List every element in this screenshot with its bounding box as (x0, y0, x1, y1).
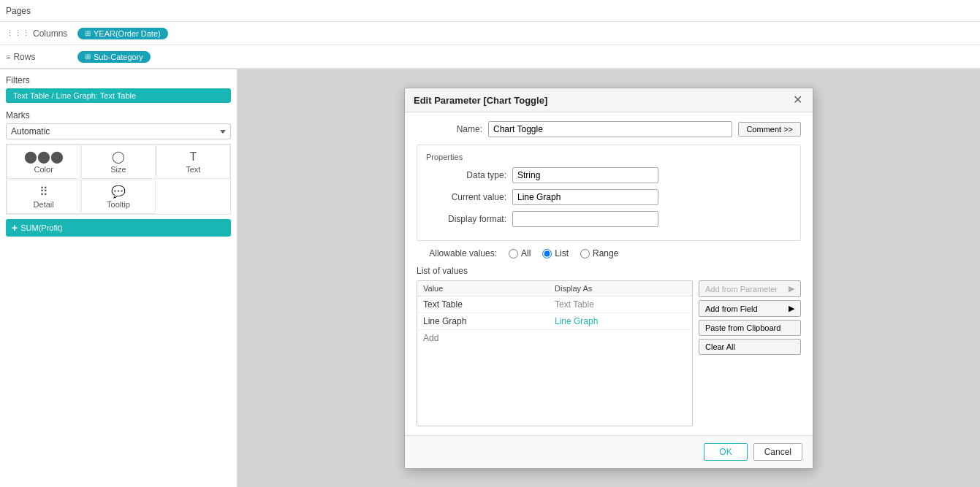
display-format-select[interactable] (512, 211, 658, 227)
filters-section: Filters Text Table / Line Graph: Text Ta… (6, 75, 231, 103)
list-buttons: Add from Parameter ▶ Add from Field ▶ Pa… (699, 280, 801, 426)
properties-title: Properties (426, 153, 791, 161)
text-label: Text (186, 165, 200, 174)
add-from-field-arrow: ▶ (789, 304, 794, 313)
radio-all-input[interactable] (509, 249, 518, 258)
table-row[interactable]: Line Graph Line Graph (417, 313, 692, 330)
allowable-values-row: Allowable values: All List (417, 248, 801, 258)
radio-list-label: List (555, 248, 569, 258)
current-value-label: Current value: (426, 192, 506, 202)
marks-detail-cell[interactable]: ⠿ Detail (7, 180, 80, 214)
rows-pill-icon: ⊞ (85, 53, 91, 61)
rows-pill[interactable]: ⊞ Sub-Category (77, 51, 151, 63)
row2-value: Line Graph (423, 316, 555, 326)
row1-display: Text Table (555, 299, 686, 310)
size-label: Size (110, 165, 126, 174)
columns-icon: ⋮⋮⋮ (6, 28, 30, 38)
detail-icon: ⠿ (39, 185, 48, 199)
list-area: Value Display As Text Table Text Table L… (417, 280, 801, 426)
add-from-parameter-label: Add from Parameter (705, 285, 778, 294)
name-input[interactable] (488, 121, 732, 137)
dialog-title: Edit Parameter [Chart Toggle] (414, 95, 547, 106)
color-icon: ⬤⬤⬤ (24, 150, 64, 164)
col-header-value: Value (423, 284, 555, 293)
ok-button[interactable]: OK (704, 443, 747, 461)
name-label: Name: (417, 124, 482, 134)
rows-shelf: ≡ Rows ⊞ Sub-Category (0, 45, 980, 69)
main-layout: Pages ⋮⋮⋮ Columns ⊞ YEAR(Order Date) ≡ R… (0, 0, 980, 487)
dialog-body: Name: Comment >> Properties Data type: (405, 112, 813, 435)
add-from-field-button[interactable]: Add from Field ▶ (699, 300, 801, 317)
edit-parameter-dialog: Edit Parameter [Chart Toggle] ✕ Name: Co… (404, 88, 813, 469)
marks-tooltip-cell[interactable]: 💬 Tooltip (81, 180, 155, 214)
list-section-title: List of values (417, 266, 801, 276)
marks-type-dropdown[interactable]: Automatic (6, 123, 231, 139)
add-from-field-label: Add from Field (705, 304, 758, 313)
display-format-label: Display format: (426, 214, 506, 224)
add-from-parameter-arrow: ▶ (789, 284, 794, 294)
current-value-row: Current value: Text Table Line Graph (426, 189, 791, 205)
marks-type-label: Automatic (11, 126, 50, 137)
clear-all-button[interactable]: Clear All (699, 339, 801, 355)
add-from-parameter-button[interactable]: Add from Parameter ▶ (699, 280, 801, 297)
data-type-label: Data type: (426, 170, 506, 180)
content-area: Filters Text Table / Line Graph: Text Ta… (0, 69, 980, 487)
row1-value: Text Table (423, 299, 555, 310)
clear-all-label: Clear All (705, 342, 735, 351)
marks-title: Marks (6, 110, 231, 120)
list-add-input[interactable] (423, 333, 533, 343)
text-mark-icon: T (189, 150, 197, 164)
list-table: Value Display As Text Table Text Table L… (417, 280, 693, 426)
marks-size-cell[interactable]: ◯ Size (81, 145, 155, 179)
radio-all-label: All (521, 248, 531, 258)
list-add-row[interactable] (417, 330, 692, 346)
allowable-label: Allowable values: (417, 248, 497, 258)
modal-overlay: Edit Parameter [Chart Toggle] ✕ Name: Co… (238, 69, 980, 487)
dialog-header: Edit Parameter [Chart Toggle] ✕ (405, 88, 813, 112)
top-bar: Pages ⋮⋮⋮ Columns ⊞ YEAR(Order Date) ≡ R… (0, 0, 980, 69)
color-label: Color (34, 165, 53, 174)
radio-range-input[interactable] (580, 249, 590, 258)
paste-from-clipboard-button[interactable]: Paste from Clipboard (699, 320, 801, 336)
rows-icon: ≡ (6, 53, 10, 61)
col-header-display-as: Display As (555, 284, 686, 293)
canvas-area: Edit Parameter [Chart Toggle] ✕ Name: Co… (238, 69, 980, 487)
current-value-select[interactable]: Text Table Line Graph (512, 189, 658, 205)
sum-profit-pill[interactable]: + SUM(Profit) (6, 219, 231, 237)
radio-list[interactable]: List (542, 248, 569, 258)
list-table-header: Value Display As (417, 281, 692, 296)
columns-shelf: ⋮⋮⋮ Columns ⊞ YEAR(Order Date) (0, 22, 980, 45)
radio-list-input[interactable] (542, 249, 552, 258)
pages-section: Pages (0, 0, 980, 22)
properties-section: Properties Data type: String Integer Flo… (417, 145, 801, 241)
filters-title: Filters (6, 75, 231, 85)
plus-icon: + (12, 222, 18, 234)
columns-label: ⋮⋮⋮ Columns (6, 28, 72, 39)
close-button[interactable]: ✕ (791, 94, 804, 106)
marks-color-cell[interactable]: ⬤⬤⬤ Color (7, 145, 80, 179)
tooltip-label: Tooltip (107, 200, 130, 209)
rows-label: ≡ Rows (6, 52, 72, 62)
comment-button[interactable]: Comment >> (738, 122, 801, 137)
cancel-button[interactable]: Cancel (753, 443, 802, 461)
columns-pill[interactable]: ⊞ YEAR(Order Date) (77, 28, 168, 39)
radio-all[interactable]: All (509, 248, 531, 258)
detail-label: Detail (34, 200, 54, 209)
radio-range-label: Range (593, 248, 618, 258)
filter-chip[interactable]: Text Table / Line Graph: Text Table (6, 88, 231, 103)
radio-group: All List Range (509, 248, 618, 258)
marks-section: Marks Automatic ⬤⬤⬤ Color ◯ Size T (6, 110, 231, 237)
size-icon: ◯ (112, 150, 125, 164)
display-format-row: Display format: (426, 211, 791, 227)
sum-profit-label: SUM(Profit) (20, 223, 62, 232)
columns-pill-icon: ⊞ (85, 29, 91, 37)
tooltip-icon: 💬 (111, 185, 126, 199)
name-row: Name: Comment >> (417, 121, 801, 137)
marks-dropdown-arrow (220, 130, 226, 134)
paste-from-clipboard-label: Paste from Clipboard (705, 323, 780, 332)
data-type-select[interactable]: String Integer Float Boolean Date Date &… (512, 167, 658, 183)
marks-text-cell[interactable]: T Text (156, 145, 230, 179)
radio-range[interactable]: Range (580, 248, 618, 258)
table-row[interactable]: Text Table Text Table (417, 296, 692, 313)
data-type-row: Data type: String Integer Float Boolean … (426, 167, 791, 183)
